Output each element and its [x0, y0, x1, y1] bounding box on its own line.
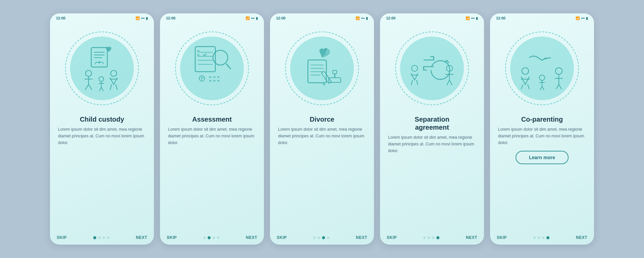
battery-icon-5: ▮	[586, 16, 588, 20]
time-5: 12:00	[496, 16, 505, 20]
status-icons-4: 📶 ••• ▮	[466, 16, 478, 20]
status-bar-3: 12:00 📶 ••• ▮	[270, 13, 374, 21]
dots-2	[203, 236, 219, 239]
bottom-nav-2: SKIP NEXT	[160, 232, 264, 245]
dots-5	[533, 236, 549, 239]
dots-4	[423, 236, 439, 239]
status-icons-3: 📶 ••• ▮	[356, 16, 368, 20]
bottom-nav-1: SKIP NEXT	[50, 232, 154, 245]
status-bar-2: 12:00 📶 ••• ▮	[160, 13, 264, 21]
title-coparenting: Co-parenting	[498, 115, 586, 123]
dot-5-3	[546, 236, 549, 239]
battery-icon-2: ▮	[256, 16, 258, 20]
screen-coparenting: 12:00 📶 ••• ▮	[490, 13, 594, 245]
dots-1	[93, 236, 109, 239]
dot-4-3	[436, 236, 439, 239]
screen-child-custody: 12:00 📶 ••• ▮	[50, 13, 154, 245]
content-assessment: Assessment Lorem ipsum dolor sit dim ame…	[160, 115, 264, 232]
body-child-custody: Lorem ipsum dolor sit dim amet, mea regi…	[58, 126, 146, 146]
dots-3	[313, 236, 329, 239]
illustration-assessment: P	[160, 21, 264, 115]
skip-button-1[interactable]: SKIP	[57, 235, 67, 240]
screens-container: 12:00 📶 ••• ▮	[50, 13, 594, 245]
signal-icon-1: •••	[141, 16, 145, 20]
circle-bg-5	[510, 37, 574, 100]
wifi-icon-5: 📶	[576, 16, 580, 20]
illustration-separation	[380, 21, 484, 115]
dot-2-1	[208, 236, 211, 239]
dot-3-1	[318, 237, 320, 239]
status-icons-2: 📶 ••• ▮	[246, 16, 258, 20]
body-divorce: Lorem ipsum dolor sit dim amet, mea regi…	[278, 126, 366, 146]
next-button-1[interactable]: NEXT	[136, 235, 147, 240]
dot-2-0	[203, 237, 206, 239]
body-separation: Lorem ipsum dolor sit dim amet, mea regi…	[388, 134, 476, 154]
signal-icon-5: •••	[581, 16, 585, 20]
bottom-nav-5: SKIP NEXT	[490, 232, 594, 245]
dot-2-2	[213, 237, 215, 239]
battery-icon-4: ▮	[476, 16, 478, 20]
bottom-nav-3: SKIP NEXT	[270, 232, 374, 245]
title-separation: Separation agreement	[388, 115, 476, 131]
battery-icon-3: ▮	[366, 16, 368, 20]
signal-icon-2: •••	[251, 16, 255, 20]
skip-button-3[interactable]: SKIP	[277, 235, 287, 240]
circle-bg-1	[70, 37, 134, 100]
battery-icon-1: ▮	[146, 16, 148, 20]
next-button-4[interactable]: NEXT	[466, 235, 477, 240]
time-2: 12:00	[166, 16, 175, 20]
dot-5-1	[538, 237, 540, 239]
title-assessment: Assessment	[168, 115, 256, 123]
next-button-2[interactable]: NEXT	[246, 235, 257, 240]
title-child-custody: Child custody	[58, 115, 146, 123]
content-separation: Separation agreement Lorem ipsum dolor s…	[380, 115, 484, 232]
circle-bg-4	[400, 37, 464, 100]
illustration-coparenting	[490, 21, 594, 115]
dot-5-0	[533, 237, 536, 239]
dot-4-2	[432, 237, 434, 239]
dot-4-0	[423, 237, 426, 239]
title-divorce: Divorce	[278, 115, 366, 123]
content-coparenting: Co-parenting Lorem ipsum dolor sit dim a…	[490, 115, 594, 232]
circle-bg-2	[180, 37, 244, 100]
bottom-nav-4: SKIP NEXT	[380, 232, 484, 245]
status-bar-1: 12:00 📶 ••• ▮	[50, 13, 154, 21]
status-icons-5: 📶 ••• ▮	[576, 16, 588, 20]
wifi-icon-1: 📶	[136, 16, 140, 20]
status-bar-5: 12:00 📶 ••• ▮	[490, 13, 594, 21]
status-icons-1: 📶 ••• ▮	[136, 16, 148, 20]
circle-bg-3	[290, 37, 354, 100]
signal-icon-3: •••	[361, 16, 365, 20]
dot-3-0	[313, 237, 316, 239]
dot-3-3	[327, 237, 329, 239]
dot-5-2	[542, 237, 544, 239]
dot-3-2	[322, 236, 325, 239]
dot-2-3	[217, 237, 219, 239]
status-bar-4: 12:00 📶 ••• ▮	[380, 13, 484, 21]
dot-1-2	[103, 237, 105, 239]
time-4: 12:00	[386, 16, 395, 20]
screen-assessment: 12:00 📶 ••• ▮	[160, 13, 264, 245]
dot-4-1	[428, 237, 430, 239]
signal-icon-4: •••	[471, 16, 475, 20]
content-child-custody: Child custody Lorem ipsum dolor sit dim …	[50, 115, 154, 232]
skip-button-5[interactable]: SKIP	[497, 235, 507, 240]
body-assessment: Lorem ipsum dolor sit dim amet, mea regi…	[168, 126, 256, 146]
dot-1-0	[93, 236, 96, 239]
wifi-icon-3: 📶	[356, 16, 360, 20]
content-divorce: Divorce Lorem ipsum dolor sit dim amet, …	[270, 115, 374, 232]
skip-button-2[interactable]: SKIP	[167, 235, 177, 240]
next-button-5[interactable]: NEXT	[576, 235, 587, 240]
wifi-icon-2: 📶	[246, 16, 250, 20]
next-button-3[interactable]: NEXT	[356, 235, 367, 240]
illustration-child-custody	[50, 21, 154, 115]
dot-1-3	[107, 237, 109, 239]
illustration-divorce	[270, 21, 374, 115]
learn-more-button[interactable]: Learn more	[516, 151, 569, 164]
time-3: 12:00	[276, 16, 285, 20]
time-1: 12:00	[56, 16, 65, 20]
dot-1-1	[98, 237, 101, 239]
skip-button-4[interactable]: SKIP	[387, 235, 397, 240]
wifi-icon-4: 📶	[466, 16, 470, 20]
screen-separation: 12:00 📶 ••• ▮	[380, 13, 484, 245]
